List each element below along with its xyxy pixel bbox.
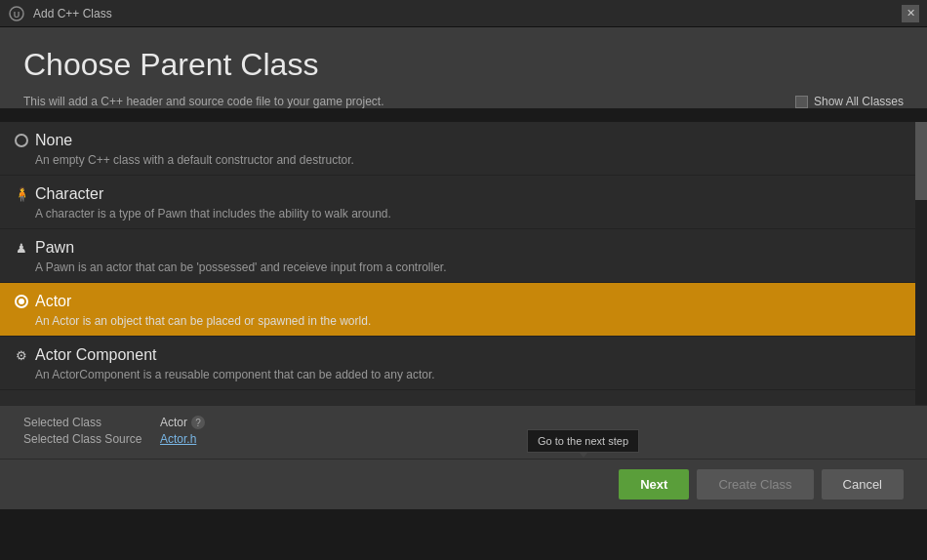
class-item-actor[interactable]: Actor An Actor is an object that can be … — [0, 283, 927, 337]
title-bar-left: U Add C++ Class — [8, 5, 112, 22]
actorcomp-icon: ⚙ — [14, 347, 29, 363]
main-content: Choose Parent Class This will add a C++ … — [0, 27, 927, 108]
radio-icon — [15, 134, 28, 147]
title-bar: U Add C++ Class ✕ — [0, 0, 927, 27]
class-desc-pawn: A Pawn is an actor that can be 'possesse… — [14, 260, 913, 274]
class-list: None An empty C++ class with a default c… — [0, 122, 927, 405]
pawn-icon: ♟ — [14, 240, 29, 256]
class-desc-actor: An Actor is an object that can be placed… — [14, 314, 913, 328]
class-item-pawn[interactable]: ♟ Pawn A Pawn is an actor that can be 'p… — [0, 229, 927, 283]
cancel-button[interactable]: Cancel — [822, 469, 904, 500]
class-name-pawn: Pawn — [35, 239, 74, 257]
class-name-row-none: None — [14, 132, 913, 149]
page-title: Choose Parent Class — [23, 47, 904, 83]
selected-class-label: Selected Class — [23, 416, 160, 429]
class-name-row-actorcomp: ⚙ Actor Component — [14, 346, 913, 364]
radio-filled-icon — [15, 295, 28, 308]
selected-class-source-label: Selected Class Source — [23, 432, 160, 446]
actor-radio-icon — [14, 294, 29, 309]
class-desc-actorcomponent: An ActorComponent is a reusable componen… — [14, 368, 913, 381]
next-button[interactable]: Next — [619, 469, 689, 500]
show-all-label: Show All Classes — [814, 95, 904, 108]
class-desc-character: A character is a type of Pawn that inclu… — [14, 207, 913, 220]
top-bar: This will add a C++ header and source co… — [23, 95, 904, 108]
selected-class-row: Selected Class Actor ? — [23, 416, 904, 429]
class-item-actorcomponent[interactable]: ⚙ Actor Component An ActorComponent is a… — [0, 337, 927, 390]
class-name-none: None — [35, 132, 72, 149]
selected-class-source-row: Selected Class Source Actor.h — [23, 432, 904, 446]
class-item-character[interactable]: 🧍 Character A character is a type of Paw… — [0, 176, 927, 229]
show-all-checkbox[interactable] — [795, 96, 808, 108]
none-radio-icon — [14, 133, 29, 148]
character-icon: 🧍 — [14, 186, 29, 202]
class-name-row-pawn: ♟ Pawn — [14, 239, 913, 257]
window-title: Add C++ Class — [33, 7, 112, 20]
class-desc-none: An empty C++ class with a default constr… — [14, 153, 913, 167]
bottom-bar: Next Create Class Cancel Go to the next … — [0, 459, 927, 509]
show-all-classes-toggle[interactable]: Show All Classes — [795, 95, 904, 108]
class-name-actorcomponent: Actor Component — [35, 346, 157, 364]
class-item-none[interactable]: None An empty C++ class with a default c… — [0, 122, 927, 176]
info-bar: Selected Class Actor ? Selected Class So… — [0, 405, 927, 459]
subtitle-text: This will add a C++ header and source co… — [23, 95, 384, 108]
selected-class-source-link[interactable]: Actor.h — [160, 432, 196, 446]
scrollbar-thumb[interactable] — [915, 122, 927, 200]
create-class-button[interactable]: Create Class — [697, 469, 813, 500]
close-button[interactable]: ✕ — [902, 5, 919, 22]
help-icon[interactable]: ? — [191, 416, 205, 429]
class-name-row-actor: Actor — [14, 293, 913, 310]
class-name-character: Character — [35, 185, 103, 203]
svg-text:U: U — [14, 10, 20, 20]
scrollbar[interactable] — [915, 122, 927, 405]
selected-class-value: Actor ? — [160, 416, 205, 429]
class-name-actor: Actor — [35, 293, 71, 310]
ue-logo-icon: U — [8, 5, 25, 22]
class-name-row-character: 🧍 Character — [14, 185, 913, 203]
